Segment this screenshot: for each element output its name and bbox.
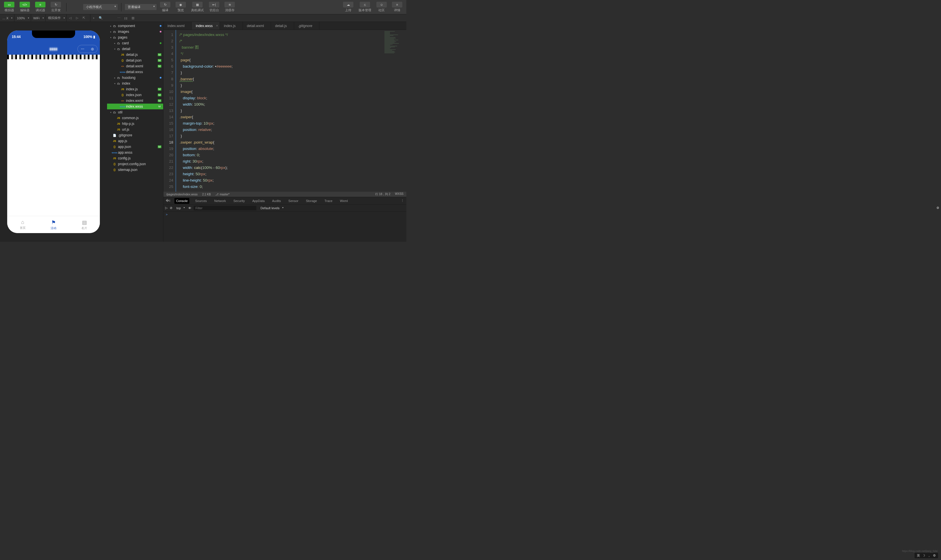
phone-time: 15:44 [12, 35, 21, 39]
console-output[interactable]: > [163, 212, 406, 242]
levels-dropdown[interactable]: Default levels [259, 206, 284, 210]
editor-tab-detail.wxml[interactable]: detail.wxml [243, 22, 271, 30]
mock-dropdown[interactable]: 模拟操作 [46, 14, 67, 22]
simulator-panel: 15:44 100% ▮ ▮▮▮▮ ⋯◎ ⌂首页 ⚑活动 ▤名片 [0, 22, 107, 242]
devtools-tab-sensor[interactable]: Sensor [287, 198, 300, 204]
tree-item-detail.js[interactable]: JSdetail.jsM [107, 52, 163, 58]
tree-item-common.js[interactable]: JScommon.js [107, 115, 163, 121]
capsule-button[interactable]: ⋯◎ [77, 45, 98, 53]
tab-activity[interactable]: ⚑活动 [38, 216, 69, 233]
tree-item-util[interactable]: ▾🗀util [107, 109, 163, 115]
split-icon[interactable]: ⫿⫿ [123, 14, 129, 22]
more-icon[interactable]: ⋯ [116, 14, 123, 22]
file-explorer[interactable]: ▸🗀component▸🗀images▾🗀pages▸🗀card▾🗀detail… [107, 22, 163, 242]
version-button[interactable]: ⎌版本管理 [357, 1, 373, 13]
tree-item-http-p.js[interactable]: JShttp-p.js [107, 121, 163, 127]
remote-debug-button[interactable]: ▦真机调试 [189, 1, 206, 13]
editor-tab-detail.js[interactable]: detail.js [271, 22, 294, 30]
cloud-button[interactable]: ↻云开发 [49, 1, 63, 13]
rotate-left-icon[interactable]: ◁ [67, 14, 74, 22]
editor-tab-.gitignore[interactable]: .gitignore [294, 22, 320, 30]
tab-home[interactable]: ⌂首页 [7, 216, 38, 233]
devtools-tab-audits[interactable]: Audits [271, 198, 283, 204]
editor-tab-index.wxss[interactable]: index.wxss× [192, 22, 220, 30]
simulator-button[interactable]: ▭模拟器 [2, 1, 16, 13]
tree-item-project.config.json[interactable]: {}project.config.json [107, 161, 163, 167]
tree-item-index.wxss[interactable]: wxssindex.wxssM [107, 104, 163, 109]
tree-item-card[interactable]: ▸🗀card [107, 40, 163, 46]
network-dropdown[interactable]: WiFi [31, 14, 46, 22]
filter-input[interactable] [194, 206, 257, 210]
eye-icon[interactable]: 👁 [188, 206, 191, 210]
clear-icon[interactable]: ⊘ [170, 206, 172, 210]
file-size: 2.1 KB [202, 193, 211, 196]
content-placeholder [7, 55, 100, 59]
editor-tab-index.js[interactable]: index.js [220, 22, 243, 30]
inspect-icon[interactable]: �ii [166, 199, 171, 203]
tree-item-index[interactable]: ▾🗀index [107, 81, 163, 86]
devtools-tab-wxml[interactable]: Wxml [338, 198, 350, 204]
tree-item-component[interactable]: ▸🗀component [107, 23, 163, 29]
tree-item-detail.json[interactable]: {}detail.jsonM [107, 58, 163, 63]
close-icon[interactable]: × [216, 24, 218, 27]
tree-item-app.json[interactable]: {}app.jsonM [107, 144, 163, 150]
editor-tab-index.wxml[interactable]: index.wxml [163, 22, 192, 30]
tree-item-app.wxss[interactable]: wxssapp.wxss [107, 150, 163, 155]
git-branch[interactable]: ⎇ master* [215, 193, 229, 196]
tree-item-app.js[interactable]: JSapp.js [107, 138, 163, 144]
tree-item-index.json[interactable]: {}index.jsonM [107, 92, 163, 98]
tree-item-pages[interactable]: ▾🗀pages [107, 35, 163, 40]
tree-item-images[interactable]: ▸🗀images [107, 29, 163, 35]
devtools-tab-network[interactable]: Network [213, 198, 228, 204]
devtools-tab-storage[interactable]: Storage [304, 198, 319, 204]
community-button[interactable]: ☺社区 [375, 1, 389, 13]
tree-item-huodong[interactable]: ▸🗀huodong [107, 75, 163, 81]
tree-item-index.wxml[interactable]: <>index.wxmlM [107, 98, 163, 104]
tree-item-index.js[interactable]: JSindex.jsM [107, 86, 163, 92]
editor-button[interactable]: </>编辑器 [18, 1, 32, 13]
compile-mode-dropdown[interactable]: 普通编译 [125, 4, 157, 10]
more-icon[interactable]: ⋮ [401, 199, 404, 203]
debugger-button[interactable]: ≡调试器 [33, 1, 47, 13]
tree-item-.gitignore[interactable]: 📄.gitignore [107, 132, 163, 138]
tree-item-detail.wxss[interactable]: wxssdetail.wxss [107, 69, 163, 75]
switch-bg-button[interactable]: ⇤|切后台 [207, 1, 221, 13]
language-mode[interactable]: WXSS [395, 192, 403, 196]
devtools-tab-sources[interactable]: Sources [194, 198, 208, 204]
preview-button[interactable]: ◉预览 [174, 1, 188, 13]
clear-cache-button[interactable]: ≋清缓存 [223, 1, 237, 13]
tree-item-url.js[interactable]: JSurl.js [107, 127, 163, 132]
mode-dropdown[interactable]: 小程序模式 [83, 4, 118, 10]
devtools-tab-trace[interactable]: Trace [323, 198, 334, 204]
layout-icon[interactable]: ▥ [129, 14, 137, 22]
search-icon[interactable]: 🔍 [97, 14, 104, 22]
play-icon[interactable]: ▷ [165, 206, 168, 210]
new-file-icon[interactable]: ＋ [90, 14, 97, 22]
cursor-position: 行 18，列 2 [375, 192, 390, 196]
device-dropdown[interactable]: … X [0, 14, 14, 22]
phone-body[interactable] [7, 59, 100, 220]
devtools-tab-security[interactable]: Security [232, 198, 247, 204]
tree-item-sitemap.json[interactable]: {}sitemap.json [107, 167, 163, 173]
devtools-tab-console[interactable]: Console [174, 198, 189, 204]
rotate-right-icon[interactable]: ▷ [74, 14, 81, 22]
detach-icon[interactable]: ⇱ [81, 14, 88, 22]
upload-button[interactable]: ☁上传 [341, 1, 355, 13]
target-icon[interactable]: ◎ [88, 45, 97, 53]
tree-item-config.js[interactable]: JSconfig.js [107, 155, 163, 161]
compile-button[interactable]: ↻编译 [158, 1, 172, 13]
phone-notch [32, 31, 75, 38]
tab-card[interactable]: ▤名片 [69, 216, 100, 233]
detail-button[interactable]: ≡详情 [390, 1, 404, 13]
more-icon[interactable]: ⋯ [78, 45, 88, 53]
devtools-tab-appdata[interactable]: AppData [251, 198, 266, 204]
console-toolbar: ▷ ⊘ top 👁 Default levels ⚙ [163, 205, 406, 212]
context-dropdown[interactable]: top [175, 206, 186, 210]
line-gutter[interactable]: 1234567891011121314151617181920212223242… [163, 30, 176, 192]
tree-item-detail.wxml[interactable]: <>detail.wxmlM [107, 63, 163, 69]
zoom-dropdown[interactable]: 100% [14, 14, 31, 22]
minimap[interactable] [383, 30, 406, 192]
phone-battery: 100% ▮ [83, 35, 95, 39]
code-editor[interactable]: /* pages/index/index.wxss *//* banner 图 … [176, 30, 383, 192]
tree-item-detail[interactable]: ▾🗀detail [107, 46, 163, 52]
